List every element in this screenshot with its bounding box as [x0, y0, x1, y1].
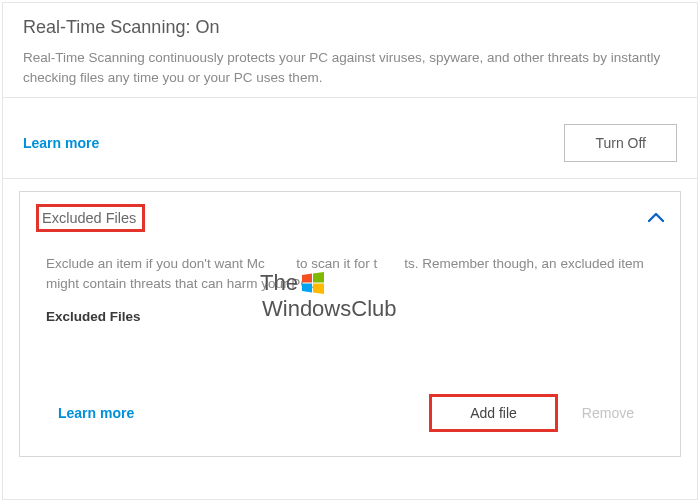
header-section: Real-Time Scanning: On Real-Time Scannin… — [3, 3, 697, 98]
excluded-learn-more-link[interactable]: Learn more — [58, 405, 134, 421]
desc-part2: to scan it for t — [296, 256, 377, 271]
add-file-button[interactable]: Add file — [429, 394, 558, 432]
excluded-files-list-label: Excluded Files — [46, 309, 654, 324]
excluded-files-description: Exclude an item if you don't want McAfee… — [46, 254, 654, 293]
page-title: Real-Time Scanning: On — [23, 17, 677, 38]
remove-button[interactable]: Remove — [582, 405, 634, 421]
footer-right-group: Add file Remove — [429, 394, 634, 432]
settings-container: Real-Time Scanning: On Real-Time Scannin… — [2, 2, 698, 500]
excluded-files-panel: Excluded Files Exclude an item if you do… — [19, 191, 681, 457]
turn-off-button[interactable]: Turn Off — [564, 124, 677, 162]
excluded-files-header-label: Excluded Files — [36, 204, 145, 232]
learn-more-link[interactable]: Learn more — [23, 135, 99, 151]
excluded-files-panel-footer: Learn more Add file Remove — [46, 364, 654, 438]
chevron-up-icon — [648, 210, 664, 226]
page-description: Real-Time Scanning continuously protects… — [23, 48, 677, 87]
header-actions-row: Learn more Turn Off — [3, 98, 697, 179]
excluded-files-panel-header[interactable]: Excluded Files — [20, 192, 680, 244]
desc-part1: Exclude an item if you don't want Mc — [46, 256, 265, 271]
excluded-files-panel-body: Exclude an item if you don't want McAfee… — [20, 244, 680, 456]
